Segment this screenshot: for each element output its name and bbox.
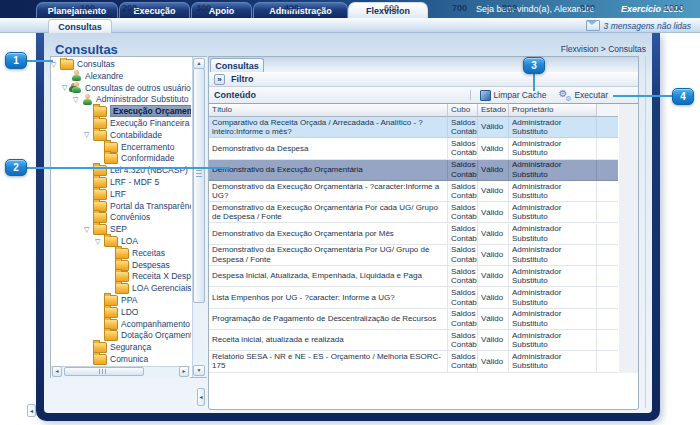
tree-item[interactable]: Consultas bbox=[51, 58, 115, 70]
column-header-proprietario[interactable]: Proprietário bbox=[509, 104, 597, 117]
tree-item[interactable]: Contabilidade bbox=[84, 129, 162, 141]
cell-titulo: Receita inicial, atualizada e realizada bbox=[209, 330, 448, 351]
cell-cubo: Saldos Contábeis bbox=[448, 224, 478, 245]
cell-proprietario: Administrador Substituto bbox=[509, 245, 597, 266]
tree-item[interactable]: PPA bbox=[95, 294, 137, 306]
tree-item-label: Encerramento bbox=[121, 142, 174, 152]
table-row[interactable]: Demonstrativo da Execução Orçamentária -… bbox=[209, 181, 618, 202]
cell-proprietario: Administrador Substituto bbox=[509, 287, 597, 308]
tree-item[interactable]: Comunica bbox=[84, 353, 148, 365]
tree-item[interactable]: LOA Gerenciais bbox=[106, 282, 191, 294]
execute-label: Executar bbox=[574, 90, 608, 100]
tree-vscroll-grip bbox=[196, 170, 202, 178]
scroll-left-icon[interactable] bbox=[52, 366, 62, 377]
tree-item[interactable]: LRF bbox=[84, 188, 126, 200]
table-row[interactable]: Demonstrativo da Execução Orçamentária P… bbox=[209, 245, 618, 266]
cell-cubo: Saldos Contábeis bbox=[448, 138, 478, 159]
tree-item[interactable]: Alexandre bbox=[62, 70, 123, 82]
folder-icon bbox=[104, 330, 118, 341]
tree-expander-icon[interactable] bbox=[95, 236, 104, 247]
tree-item[interactable]: Administrador Substituto bbox=[73, 93, 189, 105]
tree-expander-icon[interactable] bbox=[84, 129, 93, 140]
table-row[interactable]: Programação de Pagamento de Descentraliz… bbox=[209, 309, 618, 330]
tree-item[interactable]: Conformidade bbox=[95, 152, 174, 164]
table-row[interactable]: Despesa Inicial, Atualizada, Empenhada, … bbox=[209, 266, 618, 287]
callout-badge-3: 3 bbox=[523, 57, 545, 74]
folder-icon bbox=[93, 354, 107, 365]
table-row[interactable]: Lista Empenhos por UG - ?caracter: Infor… bbox=[209, 287, 618, 308]
tree-expander-icon[interactable] bbox=[73, 94, 82, 105]
ruler-number: 800 bbox=[502, 3, 517, 13]
tree-expander-icon[interactable] bbox=[62, 82, 71, 93]
tree: ConsultasAlexandreConsultas de outros us… bbox=[51, 58, 191, 365]
table-row[interactable]: Demonstrativo da Execução Orçamentária p… bbox=[209, 224, 618, 245]
cell-proprietario: Administrador Substituto bbox=[509, 330, 597, 351]
folder-icon bbox=[60, 59, 74, 70]
tree-item-label: LOA Gerenciais bbox=[132, 283, 191, 293]
cell-filler bbox=[597, 138, 618, 159]
callout-line-2 bbox=[26, 167, 230, 169]
column-header-titulo[interactable]: Título bbox=[209, 104, 448, 117]
table-row[interactable]: Relatório SESA - NR e NE - ES - Orçament… bbox=[209, 351, 618, 372]
tree-item-label: Consultas bbox=[77, 59, 115, 69]
tree-item-label: Execução Orçamenta bbox=[110, 105, 191, 117]
window-collapse-button[interactable] bbox=[27, 404, 36, 417]
table-row[interactable]: Demonstrativo da Execução OrçamentáriaSa… bbox=[209, 160, 618, 181]
cell-filler bbox=[597, 287, 618, 308]
scroll-down-icon[interactable] bbox=[193, 365, 205, 376]
ruler-number: 300 bbox=[196, 3, 211, 13]
cell-titulo: Despesa Inicial, Atualizada, Empenhada, … bbox=[209, 266, 448, 287]
tree-vscroll-thumb[interactable] bbox=[193, 68, 205, 303]
table-row[interactable]: Demonstrativo da Execução Orçamentária P… bbox=[209, 202, 618, 223]
cell-estado: Válido bbox=[478, 202, 509, 223]
callout-line-1 bbox=[26, 60, 53, 62]
table-row[interactable]: Demonstrativo da DespesaSaldos Contábeis… bbox=[209, 138, 618, 159]
column-header-cubo[interactable]: Cubo bbox=[448, 104, 478, 117]
cell-estado: Válido bbox=[478, 330, 509, 351]
tree-item[interactable]: Receitas bbox=[106, 247, 165, 259]
tree-item[interactable]: Execução Orçamenta bbox=[84, 105, 191, 117]
cell-estado: Válido bbox=[478, 224, 509, 245]
tree-item[interactable]: Dotação Orçamentár bbox=[95, 329, 191, 341]
tree-item-label: Contabilidade bbox=[110, 130, 162, 140]
content-header-bar: Conteúdo Limpar Cache Executar bbox=[209, 87, 638, 104]
top-nav-tab-planejamento[interactable]: Planejamento bbox=[36, 2, 118, 18]
cell-titulo: Demonstrativo da Execução Orçamentária p… bbox=[209, 224, 448, 245]
tree-item-label: Alexandre bbox=[85, 71, 123, 81]
messages-text: 3 mensagens não lidas bbox=[604, 21, 691, 31]
tree-item[interactable]: LDO bbox=[95, 306, 138, 318]
filter-bar[interactable]: Filtro bbox=[209, 72, 638, 87]
cell-cubo: Saldos Contábeis bbox=[448, 117, 478, 138]
tree-item[interactable]: Portal da Transparência bbox=[84, 200, 191, 212]
top-nav-tab-administrao[interactable]: Administração bbox=[253, 2, 348, 18]
cell-filler bbox=[597, 351, 618, 372]
tree-item-label: Receitas bbox=[132, 248, 165, 258]
cube-icon bbox=[480, 90, 491, 101]
cell-cubo: Saldos Contábeis bbox=[448, 351, 478, 372]
cell-estado: Válido bbox=[478, 309, 509, 330]
tree-item[interactable]: Execução Financeira bbox=[84, 117, 189, 129]
panel-collapse-button[interactable] bbox=[197, 388, 205, 406]
cell-titulo: Demonstrativo da Execução Orçamentária -… bbox=[209, 181, 448, 202]
tree-item-label: Execução Financeira bbox=[110, 118, 189, 128]
tree-expander-icon[interactable] bbox=[84, 224, 93, 235]
cell-titulo: Lista Empenhos por UG - ?caracter: Infor… bbox=[209, 287, 448, 308]
filter-expand-icon[interactable] bbox=[214, 74, 225, 85]
clear-cache-label: Limpar Cache bbox=[494, 90, 547, 100]
cell-estado: Válido bbox=[478, 117, 509, 138]
tree-item[interactable]: Consultas de outros usuários bbox=[62, 82, 191, 94]
cell-filler bbox=[597, 266, 618, 287]
tree-item-label: SEP bbox=[110, 224, 127, 234]
page-title: Consultas bbox=[55, 42, 118, 57]
clear-cache-button[interactable]: Limpar Cache bbox=[480, 90, 547, 101]
messages-indicator[interactable]: 3 mensagens não lidas bbox=[586, 20, 691, 31]
subnav-tab-consultas[interactable]: Consultas bbox=[48, 19, 112, 33]
execute-button[interactable]: Executar bbox=[558, 90, 608, 101]
column-header-estado[interactable]: Estado bbox=[478, 104, 509, 117]
table-row[interactable]: Receita inicial, atualizada e realizadaS… bbox=[209, 330, 618, 351]
scroll-right-icon[interactable] bbox=[179, 366, 189, 377]
cell-titulo: Demonstrativo da Execução Orçamentária bbox=[209, 160, 448, 181]
cell-cubo: Saldos Contábeis bbox=[448, 245, 478, 266]
table-row[interactable]: Comparativo da Receita Orçada / Arrecada… bbox=[209, 117, 618, 138]
panel-tab-consultas[interactable]: Consultas bbox=[210, 58, 264, 72]
